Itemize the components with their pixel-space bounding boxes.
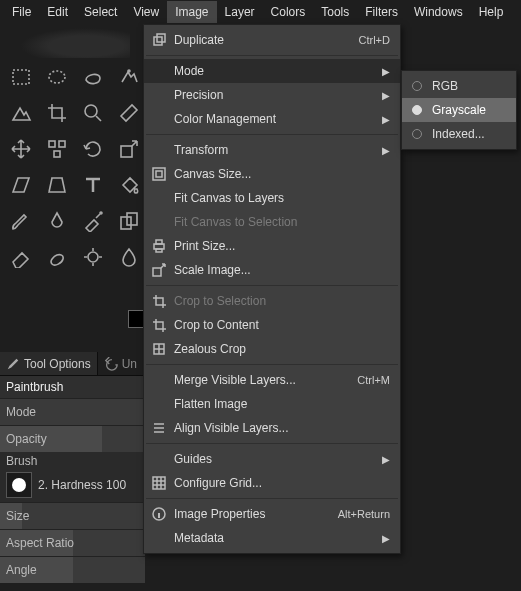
tool-paintbrush[interactable] xyxy=(6,206,36,236)
tool-free-select[interactable] xyxy=(78,62,108,92)
brush-selector[interactable]: 2. Hardness 100 xyxy=(0,468,145,502)
info-icon xyxy=(152,507,166,521)
menu-item-guides[interactable]: Guides▶ xyxy=(144,447,400,471)
tool-ellipse-select[interactable] xyxy=(42,62,72,92)
svg-rect-16 xyxy=(156,240,162,244)
scale-icon xyxy=(152,263,166,277)
chevron-right-icon: ▶ xyxy=(376,66,390,77)
radio-icon xyxy=(412,105,422,115)
svg-point-1 xyxy=(49,71,65,83)
menu-item-duplicate[interactable]: DuplicateCtrl+D xyxy=(144,28,400,52)
zeal-icon xyxy=(152,342,166,356)
menubar-item-filters[interactable]: Filters xyxy=(357,1,406,23)
svg-rect-13 xyxy=(157,34,165,42)
menu-item-color-management[interactable]: Color Management▶ xyxy=(144,107,400,131)
shortcut: Ctrl+M xyxy=(357,374,390,386)
svg-rect-18 xyxy=(153,268,161,276)
tool-rotate[interactable] xyxy=(78,134,108,164)
menubar-item-select[interactable]: Select xyxy=(76,1,125,23)
dup-icon xyxy=(152,33,166,47)
shear-icon xyxy=(10,174,32,196)
menu-item-indexed[interactable]: Indexed... xyxy=(402,122,516,146)
paintbrush-icon xyxy=(10,210,32,232)
tool-zoom[interactable] xyxy=(78,98,108,128)
menu-item-merge-visible-layers[interactable]: Merge Visible Layers...Ctrl+M xyxy=(144,368,400,392)
aspect-ratio-slider[interactable]: Aspect Ratio xyxy=(0,529,145,556)
menu-item-crop-to-selection: Crop to Selection xyxy=(144,289,400,313)
tool-dodge[interactable] xyxy=(78,242,108,272)
opacity-slider[interactable]: Opacity xyxy=(0,425,145,452)
menubar-item-windows[interactable]: Windows xyxy=(406,1,471,23)
crop-icon xyxy=(46,102,68,124)
tab-tool-options[interactable]: Tool Options xyxy=(0,352,98,375)
menubar-item-view[interactable]: View xyxy=(125,1,167,23)
menu-item-canvas-size[interactable]: Canvas Size... xyxy=(144,162,400,186)
tool-shear[interactable] xyxy=(6,170,36,200)
tool-ink[interactable] xyxy=(42,206,72,236)
menu-item-zealous-crop[interactable]: Zealous Crop xyxy=(144,337,400,361)
separator xyxy=(146,498,398,499)
menubar-item-tools[interactable]: Tools xyxy=(313,1,357,23)
menu-item-transform[interactable]: Transform▶ xyxy=(144,138,400,162)
svg-rect-10 xyxy=(127,213,137,225)
menu-item-flatten-image[interactable]: Flatten Image xyxy=(144,392,400,416)
menu-item-rgb[interactable]: RGB xyxy=(402,74,516,98)
menu-item-metadata[interactable]: Metadata▶ xyxy=(144,526,400,550)
tool-options-panel: Tool Options Un Paintbrush Mode Opacity … xyxy=(0,352,145,583)
svg-rect-20 xyxy=(153,477,165,489)
menubar-item-image[interactable]: Image xyxy=(167,1,216,23)
menu-item-crop-to-content[interactable]: Crop to Content xyxy=(144,313,400,337)
svg-rect-17 xyxy=(156,249,162,252)
svg-point-11 xyxy=(88,252,98,262)
menu-item-image-properties[interactable]: Image PropertiesAlt+Return xyxy=(144,502,400,526)
tab-undo-history[interactable]: Un xyxy=(98,352,144,375)
tool-crop[interactable] xyxy=(42,98,72,128)
print-icon xyxy=(152,239,166,253)
menu-item-precision[interactable]: Precision▶ xyxy=(144,83,400,107)
menubar-item-edit[interactable]: Edit xyxy=(39,1,76,23)
menu-item-print-size[interactable]: Print Size... xyxy=(144,234,400,258)
menu-item-fit-canvas-to-selection: Fit Canvas to Selection xyxy=(144,210,400,234)
svg-rect-9 xyxy=(121,217,131,229)
tool-smudge[interactable] xyxy=(42,242,72,272)
menu-item-configure-grid[interactable]: Configure Grid... xyxy=(144,471,400,495)
mode-dropdown[interactable]: Mode xyxy=(0,398,145,425)
menubar-item-layer[interactable]: Layer xyxy=(217,1,263,23)
radio-icon xyxy=(412,81,422,91)
tool-color-select[interactable] xyxy=(6,98,36,128)
move-icon xyxy=(10,138,32,160)
tool-measure[interactable] xyxy=(114,98,144,128)
tool-blur[interactable] xyxy=(114,242,144,272)
svg-rect-14 xyxy=(153,168,165,180)
menu-item-mode[interactable]: Mode▶ xyxy=(144,59,400,83)
tool-airbrush[interactable] xyxy=(78,206,108,236)
menu-item-grayscale[interactable]: Grayscale xyxy=(402,98,516,122)
free-select-icon xyxy=(82,66,104,88)
menu-item-fit-canvas-to-layers[interactable]: Fit Canvas to Layers xyxy=(144,186,400,210)
fuzzy-select-icon xyxy=(118,66,140,88)
separator xyxy=(146,55,398,56)
brush-name: 2. Hardness 100 xyxy=(38,478,126,492)
svg-rect-7 xyxy=(121,146,132,157)
align-icon xyxy=(46,138,68,160)
size-slider[interactable]: Size xyxy=(0,502,145,529)
menubar-item-file[interactable]: File xyxy=(4,1,39,23)
tool-eraser[interactable] xyxy=(6,242,36,272)
tool-text[interactable] xyxy=(78,170,108,200)
tool-scale[interactable] xyxy=(114,134,144,164)
menu-item-align-visible-layers[interactable]: Align Visible Layers... xyxy=(144,416,400,440)
ink-icon xyxy=(46,210,68,232)
menubar-item-help[interactable]: Help xyxy=(471,1,512,23)
menu-item-scale-image[interactable]: Scale Image... xyxy=(144,258,400,282)
tool-fuzzy-select[interactable] xyxy=(114,62,144,92)
angle-slider[interactable]: Angle xyxy=(0,556,145,583)
tool-bucket-fill[interactable] xyxy=(114,170,144,200)
tool-align[interactable] xyxy=(42,134,72,164)
canvas-preview xyxy=(20,28,130,58)
tool-clone[interactable] xyxy=(114,206,144,236)
tool-perspective[interactable] xyxy=(42,170,72,200)
menubar-item-colors[interactable]: Colors xyxy=(263,1,314,23)
crop-icon xyxy=(152,294,166,308)
tool-move[interactable] xyxy=(6,134,36,164)
tool-rect-select[interactable] xyxy=(6,62,36,92)
